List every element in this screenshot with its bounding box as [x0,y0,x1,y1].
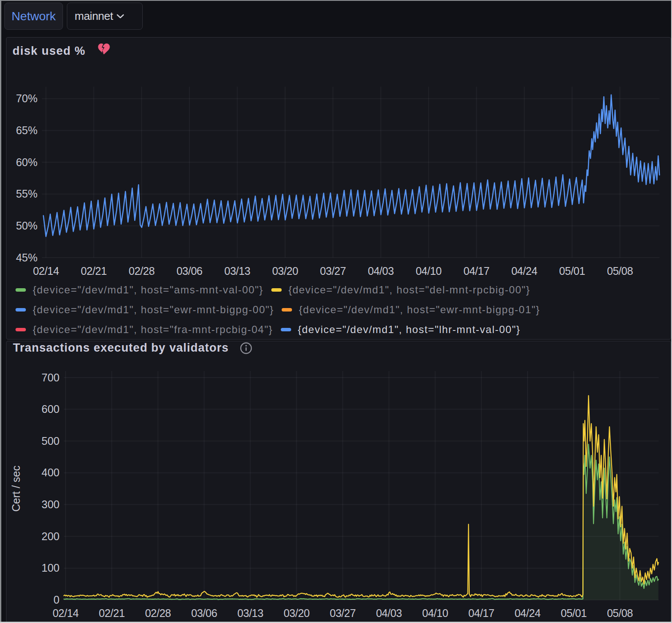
svg-text:60%: 60% [16,156,38,168]
svg-text:04/03: 04/03 [368,265,394,277]
svg-text:65%: 65% [16,124,38,136]
svg-text:03/27: 03/27 [330,607,356,619]
svg-text:45%: 45% [16,252,38,264]
svg-text:200: 200 [41,530,60,542]
svg-text:03/20: 03/20 [283,607,309,619]
svg-text:04/17: 04/17 [468,607,494,619]
svg-text:100: 100 [41,562,60,574]
svg-text:05/08: 05/08 [607,607,633,619]
svg-text:50%: 50% [16,220,38,232]
svg-text:02/14: 02/14 [33,265,59,277]
svg-text:03/06: 03/06 [176,265,202,277]
svg-text:03/13: 03/13 [237,607,263,619]
svg-text:55%: 55% [16,188,38,200]
svg-text:03/27: 03/27 [320,265,346,277]
svg-text:600: 600 [41,403,60,415]
svg-text:03/13: 03/13 [224,265,250,277]
svg-text:04/17: 04/17 [464,265,490,277]
svg-text:700: 700 [41,371,60,384]
svg-text:05/01: 05/01 [559,265,585,277]
svg-text:02/21: 02/21 [81,265,107,277]
svg-text:04/03: 04/03 [376,607,402,619]
svg-text:70%: 70% [16,92,38,104]
svg-text:02/28: 02/28 [145,607,171,619]
svg-text:Cert / sec: Cert / sec [10,466,22,512]
svg-text:04/10: 04/10 [422,607,448,619]
svg-text:02/21: 02/21 [99,607,125,619]
svg-text:0: 0 [53,594,60,606]
svg-text:04/24: 04/24 [515,607,541,619]
svg-text:03/20: 03/20 [272,265,298,277]
svg-text:04/24: 04/24 [511,265,537,277]
svg-text:400: 400 [41,466,60,478]
svg-text:02/28: 02/28 [129,265,154,277]
svg-text:05/01: 05/01 [561,607,587,619]
svg-text:500: 500 [41,435,60,447]
svg-text:02/14: 02/14 [53,607,79,619]
svg-text:04/10: 04/10 [416,265,442,277]
svg-text:300: 300 [41,498,60,510]
svg-text:03/06: 03/06 [191,607,217,619]
svg-text:05/08: 05/08 [607,265,633,277]
